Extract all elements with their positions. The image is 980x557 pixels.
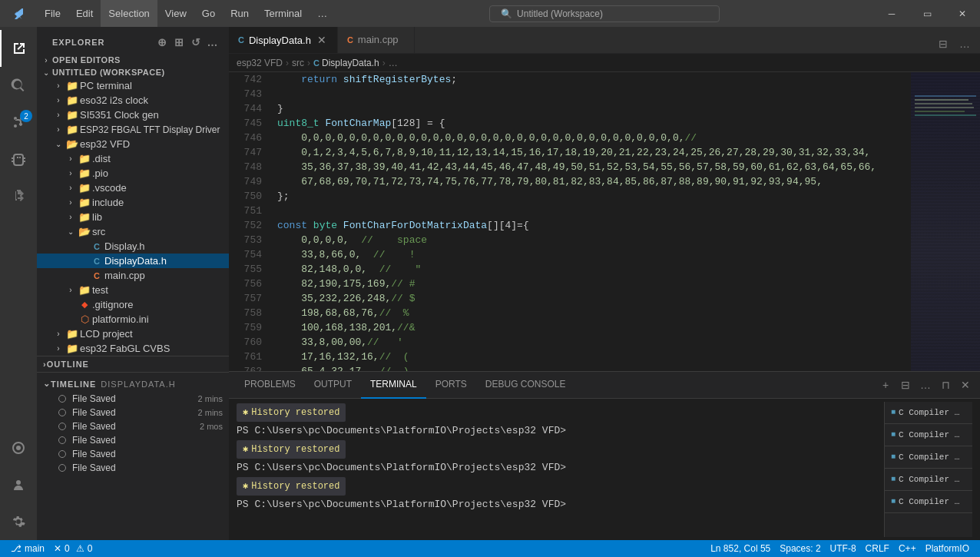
- pio-arrow: ›: [65, 169, 77, 177]
- new-file-button[interactable]: ⊕: [155, 35, 169, 49]
- breadcrumb-symbol[interactable]: …: [389, 58, 398, 68]
- terminal-main[interactable]: ✱ History restored PS C:\Users\pc\Docume…: [237, 402, 884, 537]
- status-line-ending[interactable]: CRLF: [861, 540, 894, 557]
- tab-terminal[interactable]: TERMINAL: [361, 372, 426, 399]
- status-language[interactable]: C++: [894, 540, 921, 557]
- timeline-entry[interactable]: File Saved: [37, 447, 229, 461]
- menu-go[interactable]: Go: [194, 0, 223, 27]
- menu-more[interactable]: …: [310, 0, 335, 27]
- terminal-session-1[interactable]: ■ C Compiler …: [885, 402, 972, 424]
- add-terminal-button[interactable]: +: [877, 376, 894, 393]
- tab-main-cpp[interactable]: C main.cpp: [338, 27, 415, 53]
- breadcrumb-file[interactable]: C DisplayData.h: [313, 58, 379, 68]
- terminal-session-5[interactable]: ■ C Compiler …: [885, 491, 972, 513]
- menu-terminal[interactable]: Terminal: [257, 0, 310, 27]
- close-button[interactable]: ✕: [945, 0, 980, 27]
- terminal-session-3[interactable]: ■ C Compiler …: [885, 446, 972, 469]
- sidebar-item-main-cpp[interactable]: C main.cpp: [37, 268, 229, 283]
- tab-close-displaydata[interactable]: ✕: [316, 34, 328, 46]
- folder-icon: 📁: [65, 109, 80, 121]
- status-encoding[interactable]: UTF-8: [826, 540, 861, 557]
- more-editor-actions-button[interactable]: …: [955, 35, 974, 53]
- new-folder-button[interactable]: ⊞: [172, 35, 186, 49]
- status-error-count: 0: [65, 543, 70, 554]
- sidebar-item-eso32[interactable]: › 📁 eso32 i2s clock: [37, 93, 229, 108]
- timeline-header[interactable]: ⌄ TIMELINE DisplayData.h: [37, 376, 229, 392]
- extensions-activity-icon[interactable]: [0, 177, 37, 214]
- source-control-activity-icon[interactable]: 2: [0, 104, 37, 141]
- sidebar-item-include[interactable]: › 📁 include: [37, 195, 229, 210]
- timeline-entry[interactable]: File Saved 2 mos: [37, 419, 229, 433]
- maximize-panel-button[interactable]: ⊓: [937, 376, 954, 393]
- terminal-session-4[interactable]: ■ C Compiler …: [885, 469, 972, 491]
- workspace-section[interactable]: ⌄ UNTITLED (WORKSPACE): [37, 66, 229, 78]
- timeline-entry[interactable]: File Saved: [37, 433, 229, 447]
- sidebar-item-pc-terminal[interactable]: › 📁 PC terminal: [37, 78, 229, 93]
- line-num: 759: [229, 320, 262, 335]
- status-position[interactable]: Ln 852, Col 55: [706, 540, 775, 557]
- folder-icon: 📁: [65, 343, 80, 354]
- more-terminal-actions-button[interactable]: …: [917, 376, 934, 393]
- sidebar-item-esp32-vfd[interactable]: ⌄ 📂 esp32 VFD: [37, 137, 229, 151]
- split-terminal-button[interactable]: ⊟: [897, 376, 914, 393]
- timeline-entry[interactable]: File Saved: [37, 461, 229, 475]
- sidebar-item-vscode[interactable]: › 📁 .vscode: [37, 181, 229, 195]
- menu-file[interactable]: File: [37, 0, 68, 27]
- outline-header[interactable]: › OUTLINE: [37, 356, 229, 372]
- close-panel-button[interactable]: ✕: [957, 376, 974, 393]
- sidebar-item-esp32-fbgal[interactable]: › 📁 ESP32 FBGAL TFT Display Driver: [37, 122, 229, 137]
- line-num: 755: [229, 262, 262, 277]
- code-editor[interactable]: 742 743 744 745 746 747 748 749 750 751 …: [229, 72, 980, 371]
- explorer-activity-icon[interactable]: [0, 30, 37, 67]
- tab-debug-console[interactable]: DEBUG CONSOLE: [476, 372, 575, 399]
- timeline-entry[interactable]: File Saved 2 mins: [37, 406, 229, 419]
- collapse-all-button[interactable]: …: [206, 35, 220, 49]
- maximize-button[interactable]: ▭: [909, 0, 945, 27]
- sidebar-item-lcd-project[interactable]: › 📁 LCD project: [37, 327, 229, 341]
- sidebar-item-esp32-fabgl[interactable]: › 📁 esp32 FabGL CVBS: [37, 341, 229, 356]
- editor-tabs: C DisplayData.h ✕ C main.cpp ⊟ …: [229, 27, 980, 54]
- refresh-explorer-button[interactable]: ↺: [189, 35, 203, 49]
- search-bar[interactable]: 🔍 Untitled (Workspace): [489, 5, 720, 22]
- displaydata-h-label: DisplayData.h: [104, 255, 167, 267]
- breadcrumb-workspace[interactable]: esp32 VFD: [237, 58, 283, 68]
- minimize-button[interactable]: ─: [874, 0, 909, 27]
- breadcrumb-src[interactable]: src: [292, 58, 304, 68]
- tab-ports[interactable]: PORTS: [426, 372, 476, 399]
- menu-run[interactable]: Run: [223, 0, 257, 27]
- sidebar-item-test[interactable]: › 📁 test: [37, 283, 229, 297]
- open-editors-section[interactable]: › OPEN EDITORS: [37, 54, 229, 66]
- status-spaces[interactable]: Spaces: 2: [775, 540, 825, 557]
- status-platformio[interactable]: PlatformIO: [921, 540, 974, 557]
- search-activity-icon[interactable]: [0, 67, 37, 104]
- line-num: 745: [229, 116, 262, 131]
- tab-displaydata-h[interactable]: C DisplayData.h ✕: [229, 27, 338, 53]
- sidebar-item-display-h[interactable]: C Display.h: [37, 239, 229, 254]
- sidebar-item-pio[interactable]: › 📁 .pio: [37, 166, 229, 181]
- sidebar-item-gitignore[interactable]: ◆ .gitignore: [37, 297, 229, 312]
- sidebar-item-si5351[interactable]: › 📁 SI5351 Clock gen: [37, 108, 229, 122]
- lcd-label: LCD project: [80, 328, 133, 340]
- line-num: 748: [229, 160, 262, 174]
- sidebar-item-displaydata-h[interactable]: C DisplayData.h: [37, 254, 229, 268]
- sidebar-item-dist[interactable]: › 📁 .dist: [37, 151, 229, 166]
- terminal-session-2[interactable]: ■ C Compiler …: [885, 424, 972, 446]
- remote-activity-icon[interactable]: [0, 429, 37, 466]
- menu-selection[interactable]: Selection: [101, 0, 157, 27]
- sidebar-item-lib[interactable]: › 📁 lib: [37, 210, 229, 224]
- split-editor-button[interactable]: ⊟: [934, 35, 952, 53]
- settings-activity-icon[interactable]: [0, 503, 37, 540]
- timeline-entry[interactable]: File Saved 2 mins: [37, 392, 229, 406]
- debug-activity-icon[interactable]: [0, 141, 37, 177]
- tab-problems[interactable]: PROBLEMS: [235, 372, 305, 399]
- sidebar-item-platformio-ini[interactable]: ⬡ platformio.ini: [37, 312, 229, 327]
- menu-edit[interactable]: Edit: [68, 0, 101, 27]
- menu-view[interactable]: View: [157, 0, 194, 27]
- accounts-activity-icon[interactable]: [0, 466, 37, 503]
- sidebar-item-src[interactable]: ⌄ 📂 src: [37, 224, 229, 239]
- tab-output[interactable]: OUTPUT: [305, 372, 361, 399]
- status-branch[interactable]: ⎇ main: [6, 540, 49, 557]
- status-errors[interactable]: ✕ 0 ⚠ 0: [49, 540, 97, 557]
- terminal-line-2: ✱ History restored: [237, 439, 884, 460]
- folder-icon: 📁: [65, 80, 80, 91]
